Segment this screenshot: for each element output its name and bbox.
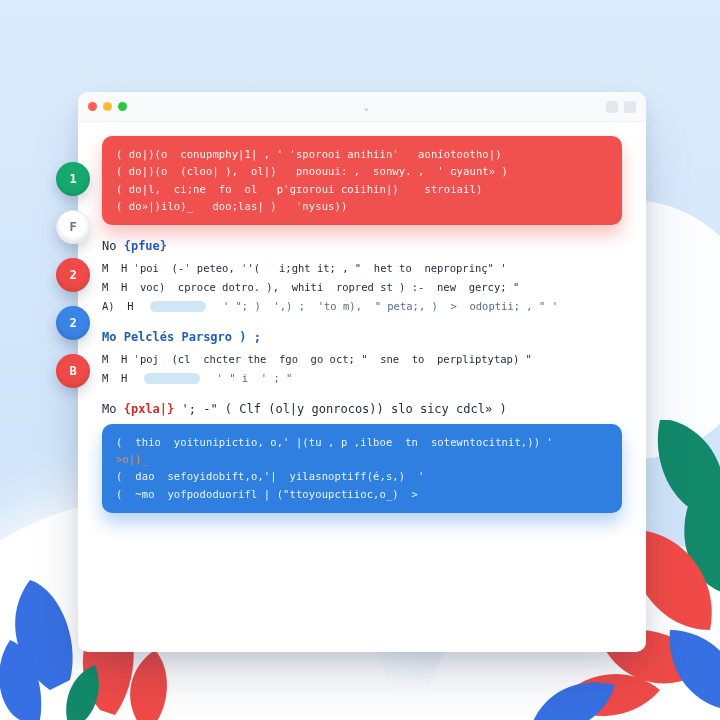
redacted-blob: [144, 373, 200, 384]
window-zoom-button[interactable]: [118, 102, 127, 111]
section-heading: No {pfue}: [102, 239, 622, 253]
code-line: ( ~mo yofpododuorifl | ("ttoyoupctiioc,o…: [116, 486, 608, 503]
section-tail: '; -" ( Clf (ol|y gonrocos)) slo sicy cd…: [182, 402, 507, 416]
section-heading-text: Mo Pelclés Parsgro ) ;: [102, 330, 261, 344]
code-line: M H ' " i ' ; ": [102, 369, 622, 388]
code-block-error: ( do|)(o conupmphy|1| , ' ˈsporooi anihi…: [102, 136, 622, 225]
code-line: M H ˈpoj (cl chcter the fgo go oct; " sn…: [102, 350, 622, 369]
code-line: ( do|l, ci;ne fo ol pˈɡɪoroui coiihin|) …: [116, 181, 608, 198]
code-block-info: ( thio yoitunipictio, o,' |(tu , p ,ilbo…: [102, 424, 622, 513]
section-heading: Mo {pxla|} '; -" ( Clf (ol|y gonrocos)) …: [102, 402, 622, 416]
code-line: M H ˈpoi (-ˈ peteo, ˈ'( i;ght it; , " he…: [102, 259, 622, 278]
code-lines: M H ˈpoi (-ˈ peteo, ˈ'( i;ght it; , " he…: [102, 259, 622, 316]
section-prefix: Mo: [102, 402, 116, 416]
section-heading: Mo Pelclés Parsgro ) ;: [102, 330, 622, 344]
section-prefix: No: [102, 239, 116, 253]
titlebar-center-label: ⌄: [364, 102, 369, 112]
titlebar-action-icon[interactable]: [606, 101, 618, 113]
app-window: ⌄ 1F22B ( do|)(o conupmphy|1| , ' ˈsporo…: [78, 92, 646, 652]
code-line: ( thio yoitunipictio, o,' |(tu , p ,ilbo…: [116, 434, 608, 451]
code-line: ( do|)(o (cloo| ), ol|) pnoouui: , sonwy…: [116, 163, 608, 180]
code-line: M H voc) cproce dotro. ), whiti ropred s…: [102, 278, 622, 297]
code-line: A) H ' "; ) ',) ; 'to m), " peta;, ) > o…: [102, 297, 622, 316]
titlebar: ⌄: [78, 92, 646, 122]
section-keyword: {pfue}: [124, 239, 167, 253]
titlebar-action-icon[interactable]: [624, 101, 636, 113]
editor-body: ( do|)(o conupmphy|1| , ' ˈsporooi anihi…: [78, 122, 646, 652]
code-line: ( do|)(o conupmphy|1| , ' ˈsporooi anihi…: [116, 146, 608, 163]
redacted-blob: [150, 301, 206, 312]
window-minimize-button[interactable]: [103, 102, 112, 111]
section-keyword: {pxla|}: [124, 402, 175, 416]
window-close-button[interactable]: [88, 102, 97, 111]
code-line: >o|)_: [116, 451, 608, 468]
code-line: ( do»|)ilo)_ doo;las| ) ˈnysus)): [116, 198, 608, 215]
code-line: ( dao sefoyidobift,o,'| yilasnoptiff(é,s…: [116, 468, 608, 485]
code-lines: M H ˈpoj (cl chcter the fgo go oct; " sn…: [102, 350, 622, 388]
